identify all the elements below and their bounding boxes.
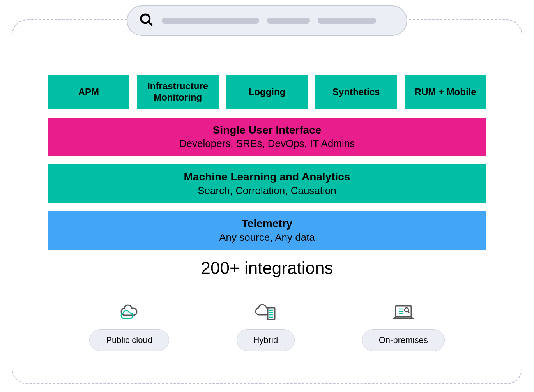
band-ml-analytics: Machine Learning and Analytics Search, C… (48, 164, 486, 203)
deployment-row: Public cloud Hybrid (48, 301, 486, 351)
search-placeholder-bar (318, 18, 376, 24)
capability-apm: APM (48, 75, 129, 109)
deployment-public-cloud: Public cloud (89, 301, 169, 351)
svg-line-1 (149, 22, 152, 26)
capability-rum-mobile: RUM + Mobile (405, 75, 486, 109)
band-subtitle: Search, Correlation, Causation (48, 184, 486, 198)
deployment-hybrid: Hybrid (237, 301, 295, 351)
deployment-pill: On-premises (362, 329, 445, 351)
capability-infrastructure: Infrastructure Monitoring (137, 75, 219, 109)
hybrid-cloud-icon (253, 301, 278, 323)
band-subtitle: Any source, Any data (48, 231, 486, 244)
band-title: Single User Interface (48, 123, 486, 137)
deployment-on-premises: On-premises (362, 301, 445, 351)
band-single-ui: Single User Interface Developers, SREs, … (48, 118, 486, 156)
search-placeholder-bar (267, 18, 310, 24)
deployment-pill: Hybrid (237, 329, 295, 351)
capability-synthetics: Synthetics (315, 75, 397, 109)
search-bar[interactable] (127, 5, 407, 36)
cloud-icon (117, 301, 142, 323)
svg-line-12 (408, 311, 409, 313)
svg-point-11 (405, 308, 408, 312)
band-title: Telemetry (48, 217, 486, 231)
deployment-pill: Public cloud (89, 329, 169, 351)
capabilities-row: APM Infrastructure Monitoring Logging Sy… (48, 75, 486, 109)
search-icon (139, 12, 154, 29)
svg-point-0 (141, 14, 150, 23)
integrations-count: 200+ integrations (48, 258, 486, 278)
band-telemetry: Telemetry Any source, Any data (48, 211, 486, 249)
search-placeholder-group (162, 18, 395, 24)
search-placeholder-bar (162, 18, 259, 24)
band-subtitle: Developers, SREs, DevOps, IT Admins (48, 137, 486, 150)
band-title: Machine Learning and Analytics (48, 170, 486, 184)
svg-rect-7 (396, 306, 411, 317)
capability-logging: Logging (226, 75, 308, 109)
laptop-icon (391, 301, 416, 323)
platform-container: APM Infrastructure Monitoring Logging Sy… (12, 19, 522, 384)
svg-rect-2 (268, 308, 275, 320)
